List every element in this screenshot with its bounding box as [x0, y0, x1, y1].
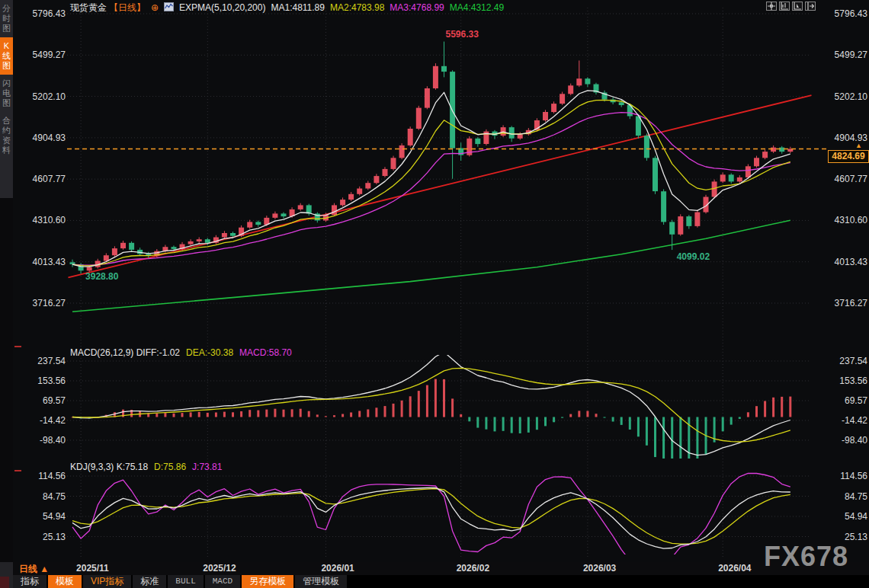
ma3-value: MA3:4768.99 [390, 2, 444, 13]
kdj-axis-left-3: 25.13 [21, 532, 66, 542]
expand-panel-icon[interactable] [805, 2, 816, 11]
price-axis-right-4: 4607.77 [832, 174, 867, 184]
kdj-j-value: J:73.81 [192, 462, 222, 472]
chart-thumbnail-icon [164, 2, 174, 14]
macd-dea-value: DEA:-30.38 [186, 347, 233, 358]
month-label-2: 2026/01 [321, 563, 354, 574]
kdj-axis-left-0: 114.56 [21, 471, 66, 481]
macd-axis-right-1: 153.56 [832, 375, 867, 386]
price-axis-right-1: 5499.27 [832, 50, 867, 60]
macd-axis-left-2: 69.57 [21, 395, 66, 406]
macd-value: MACD:58.70 [239, 347, 292, 358]
macd-header: MACD(26,12,9) DIFF:-1.02 DEA:-30.38 MACD… [70, 347, 292, 358]
toolbar-item-0[interactable]: 指标 [13, 575, 46, 588]
price-axis-right-2: 5202.10 [832, 91, 867, 102]
price-axis-left-5: 4310.60 [21, 215, 66, 225]
price-axis-left-6: 4013.43 [21, 257, 66, 267]
kdj-d-value: D:75.86 [154, 462, 186, 472]
scale-left-axis-icon[interactable] [779, 2, 790, 11]
time-axis-row: 日线 ▲ 2025/112025/122026/012026/022026/03… [13, 562, 869, 575]
kdj-title: KDJ(9,3,3) K:75.18 [70, 462, 148, 472]
price-axis-left-4: 4607.77 [21, 174, 66, 184]
price-axis-left-0: 5796.43 [21, 8, 66, 19]
bottom-toolbar: 指标模板VIP指标标准BULLMACD另存模板管理模板 [13, 575, 869, 588]
macd-axis-left-4: -98.40 [21, 435, 66, 446]
macd-axis-right-4: -98.40 [832, 435, 867, 446]
price-axis-right-0: 5796.43 [832, 8, 867, 19]
kdj-axis-right-0: 114.56 [832, 471, 867, 481]
symbol-name: 现货黄金 [70, 2, 107, 14]
kdj-axis-right-2: 54.94 [832, 511, 867, 522]
toolbar-item-4[interactable]: BULL [168, 575, 203, 588]
macd-panel-marker [14, 346, 21, 347]
expma-label: EXPMA(5,10,20,200) [179, 2, 265, 13]
chart-header: 现货黄金 【日线】 ⊕ EXPMA(5,10,20,200) MA1:4811.… [70, 2, 504, 14]
price-axis-right-6: 4013.43 [832, 257, 867, 267]
sidebar-spacer [0, 198, 13, 562]
low-price-annotation: 4099.02 [677, 251, 710, 262]
price-axis-left-2: 5202.10 [21, 91, 66, 102]
price-axis-right-7: 3716.27 [832, 298, 867, 308]
sidebar-tab-0[interactable]: 分时图 [0, 0, 13, 37]
add-indicator-icon[interactable]: ⊕ [151, 2, 159, 13]
month-label-5: 2026/04 [718, 563, 751, 574]
ma2-value: MA2:4783.98 [330, 2, 384, 13]
price-axis-left-1: 5499.27 [21, 50, 66, 60]
ma1-value: MA1:4811.89 [271, 2, 325, 13]
toolbar-item-6[interactable]: 另存模板 [242, 575, 293, 588]
month-label-1: 2025/12 [203, 563, 236, 574]
high-price-annotation: 5596.33 [446, 29, 479, 40]
kdj-axis-right-1: 84.75 [832, 491, 867, 502]
kdj-axis-left-2: 54.94 [21, 511, 66, 522]
toolbar-item-7[interactable]: 管理模板 [295, 575, 347, 588]
macd-axis-left-0: 237.54 [21, 356, 66, 366]
price-axis-left-3: 4904.93 [21, 133, 66, 143]
toolbar-item-1[interactable]: 模板 [48, 575, 82, 588]
candlestick-chart[interactable] [0, 0, 869, 588]
start-low-annotation: 3928.80 [85, 271, 118, 282]
sidebar-tab-3[interactable]: 合约资料 [0, 112, 13, 159]
brand-watermark: FX678 [764, 541, 848, 573]
period-badge[interactable]: 【日线】 [109, 2, 146, 14]
scale-right-axis-icon[interactable] [792, 2, 803, 11]
trading-app-window: 分时图K线图闪电图合约资料 现货黄金 【日线】 ⊕ EXPMA(5,10,20,… [0, 0, 869, 588]
month-label-0: 2025/11 [76, 563, 109, 574]
macd-axis-right-0: 237.54 [832, 356, 867, 366]
price-up-arrow-icon: ▲ [855, 142, 862, 149]
macd-axis-right-3: -14.42 [832, 415, 867, 426]
price-axis-right-5: 4310.60 [832, 215, 867, 225]
last-price-tag: 4824.69 [828, 150, 869, 163]
macd-axis-right-2: 69.57 [832, 395, 867, 406]
crosshair-icon[interactable] [766, 2, 777, 11]
toolbar-item-2[interactable]: VIP指标 [83, 575, 131, 588]
sidebar-tab-1[interactable]: K线图 [0, 37, 13, 75]
macd-axis-left-3: -14.42 [21, 415, 66, 426]
month-label-3: 2026/02 [457, 563, 489, 574]
sidebar-tab-2[interactable]: 闪电图 [0, 75, 13, 112]
toolbar-item-5[interactable]: MACD [205, 575, 240, 588]
month-label-4: 2026/03 [583, 563, 616, 574]
kdj-axis-left-1: 84.75 [21, 491, 66, 502]
chart-type-sidebar: 分时图K线图闪电图合约资料 [0, 0, 13, 198]
price-axis-left-7: 3716.27 [21, 298, 66, 308]
corner-marker [0, 577, 9, 588]
macd-axis-left-1: 153.56 [21, 375, 66, 386]
ma4-value: MA4:4312.49 [450, 2, 504, 13]
chart-toolbar [766, 2, 816, 11]
price-axis-right-3: 4904.93 [832, 133, 867, 143]
toolbar-item-3[interactable]: 标准 [133, 575, 166, 588]
macd-title: MACD(26,12,9) DIFF:-1.02 [70, 347, 180, 358]
kdj-header: KDJ(9,3,3) K:75.18 D:75.86 J:73.81 [70, 462, 222, 472]
period-selector[interactable]: 日线 ▲ [19, 563, 49, 576]
kdj-panel-marker [14, 470, 21, 471]
